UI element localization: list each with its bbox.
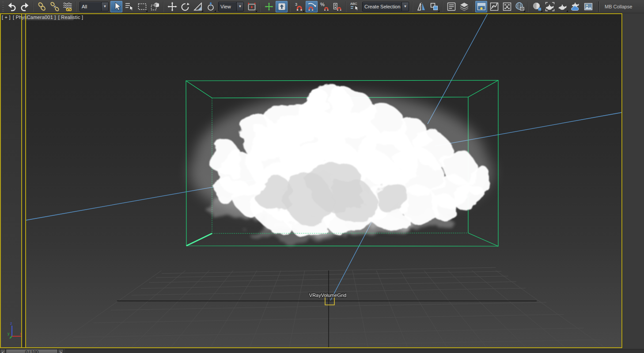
y-axis-label: y bbox=[8, 331, 10, 336]
viewport-menu-general[interactable]: [ + ] bbox=[2, 15, 11, 20]
time-slider-bar: < 0 / 100 > bbox=[0, 349, 644, 353]
viewport-label[interactable]: [ + ] [ PhysCamera001 ] [ Realistic ] bbox=[2, 15, 84, 20]
object-name-label[interactable]: VRayVolumeGrid bbox=[309, 293, 346, 298]
viewport-scene[interactable]: VRayVolumeGrid bbox=[0, 0, 644, 353]
viewport-border-top bbox=[0, 13, 622, 14]
scene-root: VRayVolumeGrid bbox=[26, 14, 621, 349]
viewport-border-divider-b bbox=[25, 13, 26, 348]
track-bar[interactable] bbox=[65, 349, 644, 353]
viewport-border-left bbox=[0, 13, 1, 348]
3dsmax-window: All▼View▼3%ABCCreate Selection Se▼MB Col… bbox=[0, 0, 644, 353]
viewport-menu-shading[interactable]: [ Realistic ] bbox=[58, 15, 83, 20]
world-axis-tripod: zxy bbox=[0, 14, 22, 348]
viewport-menu-pov[interactable]: [ PhysCamera001 ] bbox=[13, 15, 56, 20]
previous-frame-button[interactable]: < bbox=[0, 349, 6, 353]
y-axis-icon bbox=[10, 336, 12, 338]
z-axis-label: z bbox=[10, 321, 12, 326]
viewport-border-divider-a bbox=[21, 13, 22, 348]
viewport-border-right bbox=[621, 13, 622, 348]
highlighted-edge bbox=[186, 233, 212, 246]
time-slider[interactable]: 0 / 100 bbox=[6, 349, 58, 353]
viewport-border-bottom bbox=[0, 347, 622, 348]
home-grid bbox=[52, 267, 605, 349]
next-frame-button[interactable]: > bbox=[58, 349, 64, 353]
